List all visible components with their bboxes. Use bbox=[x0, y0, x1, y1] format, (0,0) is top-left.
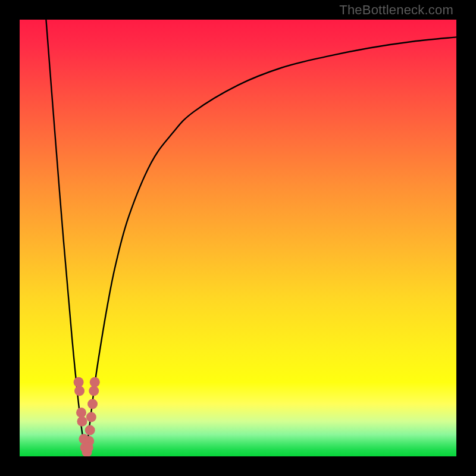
chart-frame: TheBottleneck.com bbox=[0, 0, 476, 476]
data-marker bbox=[87, 399, 98, 409]
plot-area bbox=[20, 20, 456, 456]
chart-svg bbox=[20, 20, 456, 456]
data-marker bbox=[89, 386, 99, 396]
watermark-text: TheBottleneck.com bbox=[339, 2, 453, 18]
data-marker bbox=[90, 377, 100, 387]
data-marker bbox=[74, 386, 84, 396]
data-marker bbox=[77, 416, 87, 427]
data-marker bbox=[83, 443, 93, 453]
bottleneck-curve bbox=[46, 20, 456, 456]
data-marker bbox=[76, 408, 86, 418]
data-marker bbox=[86, 412, 96, 422]
data-marker bbox=[74, 377, 84, 387]
data-marker bbox=[85, 425, 95, 435]
